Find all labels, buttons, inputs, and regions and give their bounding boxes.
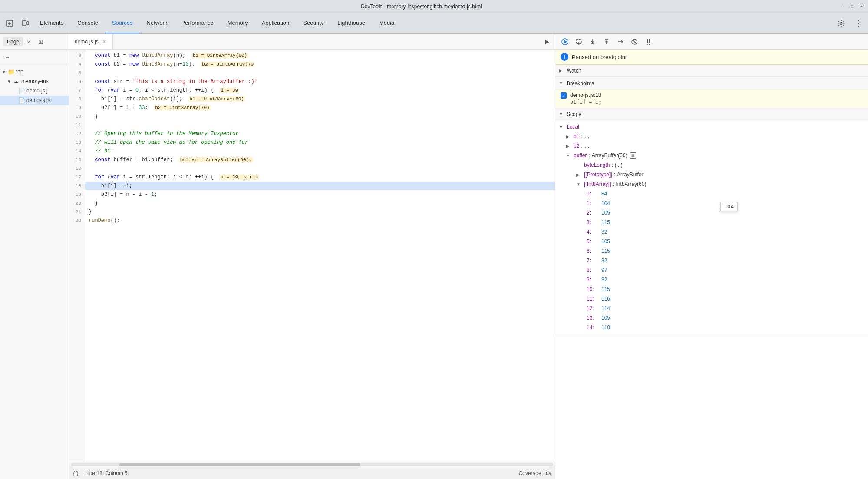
- tab-close-button[interactable]: ×: [101, 39, 107, 45]
- code-line-21: }: [85, 208, 555, 216]
- array-9: 9:32: [555, 275, 868, 284]
- bytelength-key: byteLength: [584, 162, 610, 168]
- code-editor[interactable]: 3 4 5 6 7 8 9 10 11 12 13 14 15 16 17 18: [69, 50, 555, 462]
- scrollbar-thumb[interactable]: [119, 463, 360, 466]
- step-button[interactable]: [614, 36, 627, 48]
- watch-header[interactable]: ▶ Watch: [555, 65, 868, 77]
- page-tab[interactable]: Page: [3, 37, 23, 46]
- code-line-17: for (var i = str.length; i < n; ++i) { i…: [85, 173, 555, 182]
- code-line-16: [85, 164, 555, 173]
- inspect-element-button[interactable]: [2, 16, 17, 31]
- tree-item-demo-js-1[interactable]: 📄 demo-js.j: [0, 86, 69, 96]
- scope-label: Scope: [567, 111, 581, 117]
- buffer-value: ArrayBuffer(60): [592, 152, 627, 159]
- scope-arrow: ▼: [559, 112, 565, 116]
- breakpoint-checkbox[interactable]: ✓: [561, 92, 567, 99]
- tree-arrow-top: ▼: [2, 69, 8, 74]
- svg-rect-11: [647, 44, 648, 45]
- paused-banner: i Paused on breakpoint: [555, 50, 868, 65]
- paused-message: Paused on breakpoint: [572, 54, 627, 60]
- array-5: 5:105: [555, 237, 868, 246]
- step-out-button[interactable]: [601, 36, 613, 48]
- tab-performance[interactable]: Performance: [174, 13, 220, 33]
- top-folder-icon: 📁: [8, 69, 15, 75]
- file-icon-1: 📄: [18, 88, 25, 94]
- resume-button[interactable]: [559, 36, 571, 48]
- svg-rect-12: [649, 44, 650, 45]
- code-line-11: [85, 121, 555, 129]
- code-tab-demo-js[interactable]: demo-js.js ×: [69, 34, 113, 49]
- scope-section: ▼ Scope ▼ Local ▶ b1 :: [555, 108, 868, 334]
- tab-memory[interactable]: Memory: [221, 13, 255, 33]
- b2-value: …: [584, 143, 590, 149]
- run-snippet-button[interactable]: ▶: [541, 36, 553, 48]
- code-line-9: b2[i] = i + 33; b2 = Uint8Array(70): [85, 103, 555, 112]
- buffer-key: buffer: [574, 152, 587, 159]
- horizontal-scrollbar[interactable]: [69, 462, 555, 467]
- minimize-button[interactable]: –: [839, 3, 845, 10]
- tab-elements[interactable]: Elements: [33, 13, 70, 33]
- tab-console[interactable]: Console: [70, 13, 105, 33]
- deactivate-breakpoints-button[interactable]: [628, 36, 640, 48]
- scope-header[interactable]: ▼ Scope: [555, 108, 868, 120]
- tree-item-memory-ins[interactable]: ▼ ☁ memory-ins: [0, 76, 69, 86]
- int8array-arrow: ▼: [576, 182, 582, 187]
- settings-button[interactable]: [833, 16, 849, 31]
- window-controls: – □ ×: [839, 3, 865, 10]
- step-over-button[interactable]: [573, 36, 585, 48]
- array-13: 13:105: [555, 313, 868, 323]
- scope-content: ▼ Local ▶ b1 : … ▶ b2: [555, 120, 868, 334]
- format-button[interactable]: { }: [73, 470, 78, 476]
- scope-b1[interactable]: ▶ b1 : …: [555, 132, 868, 141]
- array-7: 7:32: [555, 256, 868, 265]
- close-button[interactable]: ×: [858, 3, 865, 10]
- breakpoints-header[interactable]: ▼ Breakpoints: [555, 77, 868, 89]
- scope-buffer[interactable]: ▼ buffer : ArrayBuffer(60) ▦: [555, 151, 868, 160]
- tab-security[interactable]: Security: [296, 13, 330, 33]
- right-panel: i Paused on breakpoint ▶ Watch ▼ Breakpo…: [555, 34, 868, 479]
- tab-sources[interactable]: Sources: [105, 13, 140, 33]
- array-14: 14:110: [555, 323, 868, 332]
- svg-rect-2: [27, 22, 29, 25]
- tab-network[interactable]: Network: [140, 13, 175, 33]
- pause-exceptions-button[interactable]: [642, 36, 654, 48]
- window-title: DevTools - memory-inspector.glitch.me/de…: [3, 3, 839, 10]
- code-line-14: // b1.: [85, 147, 555, 155]
- array-3: 3:115: [555, 218, 868, 227]
- local-header[interactable]: ▼ Local: [555, 122, 868, 132]
- breakpoint-file: demo-js.js:18: [570, 92, 601, 98]
- breakpoint-info: demo-js.js:18 b1[i] = i;: [570, 92, 601, 105]
- scope-b2[interactable]: ▶ b2 : …: [555, 141, 868, 151]
- tab-media[interactable]: Media: [372, 13, 401, 33]
- memory-ins-icon: ☁: [13, 78, 20, 85]
- step-into-button[interactable]: [587, 36, 599, 48]
- tree-item-top[interactable]: ▼ 📁 top: [0, 67, 69, 76]
- panel-tabs: Page » ⊞: [0, 34, 69, 50]
- tab-application[interactable]: Application: [255, 13, 297, 33]
- array-6: 6:115: [555, 246, 868, 256]
- svg-point-3: [840, 22, 842, 24]
- svg-rect-10: [649, 39, 650, 43]
- scrollbar-track[interactable]: [71, 463, 553, 466]
- open-memory-inspector-button[interactable]: ▦: [630, 152, 636, 159]
- scope-prototype[interactable]: ▶ [[Prototype]] : ArrayBuffer: [555, 170, 868, 179]
- breakpoints-arrow: ▼: [559, 81, 565, 86]
- array-12: 12:114: [555, 304, 868, 313]
- check-icon: ✓: [562, 93, 565, 98]
- devtools-container: Elements Console Sources Network Perform…: [0, 13, 868, 479]
- collapse-all-button[interactable]: [2, 51, 14, 63]
- scope-int8array[interactable]: ▼ [[Int8Array]] : Int8Array(60): [555, 179, 868, 189]
- device-toolbar-button[interactable]: [17, 16, 33, 31]
- panel-tabs-more[interactable]: »: [24, 37, 33, 46]
- tree-item-demo-js-2[interactable]: 📄 demo-js.js: [0, 96, 69, 105]
- code-line-19: b2[i] = n - i - 1;: [85, 190, 555, 199]
- tab-lighthouse[interactable]: Lighthouse: [330, 13, 372, 33]
- bytelength-value: (...): [615, 162, 623, 168]
- code-line-5: [85, 69, 555, 77]
- array-8: 8:97: [555, 265, 868, 275]
- new-folder-button[interactable]: ⊞: [35, 36, 47, 48]
- more-options-button[interactable]: ⋮: [851, 16, 866, 31]
- scope-bytelength[interactable]: byteLength : (...): [555, 160, 868, 170]
- code-line-7: for (var i = 0; i < str.length; ++i) { i…: [85, 86, 555, 95]
- maximize-button[interactable]: □: [849, 3, 855, 10]
